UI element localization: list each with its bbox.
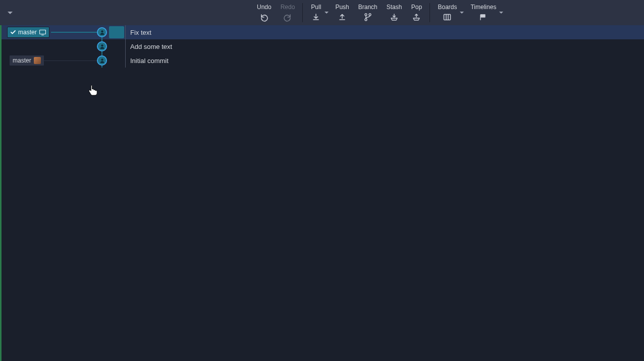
selection-highlight bbox=[109, 26, 124, 38]
chevron-down-icon bbox=[8, 12, 13, 14]
undo-button[interactable]: Undo bbox=[252, 0, 276, 25]
push-button[interactable]: Push bbox=[331, 0, 353, 25]
ref-connector bbox=[42, 61, 97, 61]
svg-point-7 bbox=[101, 58, 103, 61]
commit-message: Initial commit bbox=[125, 53, 644, 68]
toolbar-menu-button[interactable] bbox=[0, 0, 20, 25]
branch-tag-label: master bbox=[13, 57, 31, 64]
ref-connector bbox=[51, 32, 97, 33]
branch-button[interactable]: Branch bbox=[354, 0, 382, 25]
svg-point-0 bbox=[365, 14, 367, 16]
redo-label: Redo bbox=[281, 4, 295, 11]
svg-point-6 bbox=[101, 44, 103, 46]
toolbar-group-history: Undo Redo bbox=[252, 0, 299, 25]
boards-icon bbox=[442, 12, 453, 23]
cursor-pointer-icon bbox=[88, 85, 97, 96]
commit-graph: master Fix text Add some text ma bbox=[0, 25, 644, 361]
caret-down-icon bbox=[460, 12, 464, 14]
monitor-icon bbox=[39, 30, 46, 35]
branch-tag-remote[interactable]: master bbox=[9, 55, 44, 66]
undo-icon bbox=[258, 12, 270, 23]
commit-message: Fix text bbox=[125, 25, 644, 39]
stash-icon bbox=[389, 12, 400, 23]
branch-label: Branch bbox=[358, 4, 378, 11]
toolbar-spacer bbox=[20, 0, 252, 25]
branch-icon bbox=[362, 12, 373, 23]
boards-label: Boards bbox=[438, 4, 457, 11]
toolbar-separator bbox=[430, 3, 430, 22]
svg-rect-3 bbox=[444, 14, 451, 20]
timelines-label: Timelines bbox=[470, 4, 496, 11]
branch-tag-local[interactable]: master bbox=[7, 27, 49, 38]
caret-down-icon bbox=[325, 12, 329, 14]
timelines-button[interactable]: Timelines bbox=[466, 0, 505, 25]
commit-row[interactable]: master Initial commit bbox=[2, 53, 644, 68]
person-icon bbox=[99, 44, 105, 49]
ref-column: master bbox=[2, 25, 97, 39]
ref-column: master bbox=[2, 53, 97, 68]
undo-label: Undo bbox=[257, 4, 272, 11]
boards-button[interactable]: Boards bbox=[433, 0, 466, 25]
pull-icon bbox=[310, 12, 321, 23]
commit-message: Add some text bbox=[125, 39, 644, 53]
person-icon bbox=[99, 30, 105, 35]
commit-row[interactable]: master Fix text bbox=[2, 25, 644, 39]
commit-node[interactable] bbox=[97, 55, 107, 66]
redo-button[interactable]: Redo bbox=[276, 0, 300, 25]
toolbar-group-views: Boards Timelines bbox=[433, 0, 505, 25]
node-column bbox=[97, 39, 125, 53]
branch-tag-label: master bbox=[18, 29, 37, 36]
ref-column bbox=[2, 39, 97, 53]
person-icon bbox=[99, 58, 105, 64]
node-column bbox=[97, 53, 125, 68]
stash-button[interactable]: Stash bbox=[382, 0, 407, 25]
redo-icon bbox=[282, 12, 293, 23]
toolbar: Undo Redo Pull Push Branch bbox=[0, 0, 644, 25]
commit-node[interactable] bbox=[97, 27, 107, 37]
remote-avatar-icon bbox=[34, 57, 41, 64]
commit-row[interactable]: Add some text bbox=[2, 39, 644, 53]
node-column bbox=[97, 25, 125, 39]
svg-point-1 bbox=[369, 14, 371, 16]
pop-button[interactable]: Pop bbox=[406, 0, 426, 25]
svg-point-5 bbox=[101, 30, 103, 32]
toolbar-separator bbox=[302, 3, 303, 22]
push-label: Push bbox=[335, 4, 349, 11]
pop-label: Pop bbox=[411, 4, 422, 11]
check-icon bbox=[11, 30, 16, 35]
svg-point-2 bbox=[365, 19, 367, 21]
pull-button[interactable]: Pull bbox=[306, 0, 331, 25]
toolbar-group-remote: Pull Push Branch Stash Pop bbox=[306, 0, 426, 25]
commit-node[interactable] bbox=[97, 41, 107, 51]
timelines-icon bbox=[478, 12, 489, 23]
caret-down-icon bbox=[499, 12, 503, 14]
pull-label: Pull bbox=[311, 4, 321, 11]
stash-label: Stash bbox=[387, 4, 402, 11]
svg-rect-4 bbox=[39, 30, 45, 34]
push-icon bbox=[337, 12, 348, 23]
pop-icon bbox=[411, 12, 422, 23]
